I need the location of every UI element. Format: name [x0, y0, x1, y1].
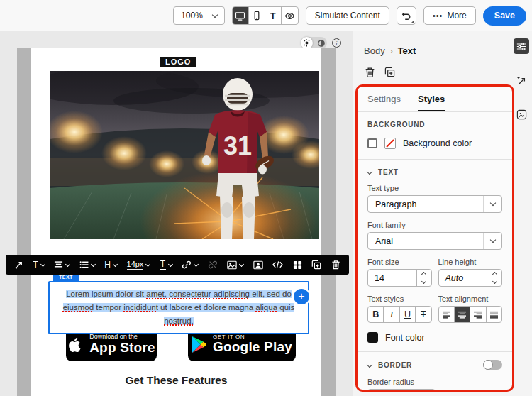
undo-dropdown-corner [411, 20, 414, 23]
border-section-header[interactable]: BORDER [367, 361, 412, 369]
chevron-down-icon [239, 261, 244, 266]
add-component-button[interactable]: + [294, 289, 309, 304]
chevron-down-icon [421, 279, 426, 284]
zoom-level-value: 100% [181, 11, 203, 21]
toggle-knob [483, 360, 493, 370]
font-color-swatch[interactable] [367, 332, 378, 343]
duplicate-element-button[interactable] [384, 67, 395, 78]
style-settings-button[interactable] [514, 38, 529, 54]
chevron-down-icon [367, 169, 372, 175]
text-editor-toolbar: T H 14px T [6, 255, 349, 275]
preview-button[interactable] [282, 7, 298, 24]
text-color-button[interactable]: T [160, 260, 172, 270]
border-radius-stepper[interactable]: 0 [367, 389, 436, 392]
strikethrough-button[interactable]: T [416, 307, 431, 322]
font-style-button[interactable]: T [33, 260, 45, 270]
fragments-button[interactable] [293, 260, 302, 270]
pin-toolbar-button[interactable] [14, 260, 23, 270]
chevron-down-icon [212, 11, 218, 17]
background-color-checkbox[interactable] [367, 138, 377, 148]
text-view-button[interactable]: T [265, 7, 282, 24]
image-icon [227, 260, 237, 270]
breadcrumb-body[interactable]: Body [364, 45, 385, 56]
duplicate-icon [384, 67, 395, 77]
simulate-content-button[interactable]: Simulate Content [306, 6, 389, 25]
asset-image-icon [253, 260, 263, 270]
step-up-button[interactable] [487, 270, 501, 278]
font-family-select[interactable]: Arial [367, 232, 502, 250]
align-center-icon [54, 260, 63, 269]
text-view-icon: T [270, 11, 276, 21]
info-icon[interactable]: i [332, 38, 341, 48]
panel-icon-strip [512, 31, 531, 122]
top-toolbar: 100% T Simulate Content [0, 0, 532, 31]
tab-settings[interactable]: Settings [367, 94, 401, 111]
background-color-row: Background color [367, 138, 502, 149]
line-height-stepper[interactable]: Auto [438, 269, 503, 287]
chevron-up-icon [421, 272, 426, 277]
assets-button[interactable] [514, 106, 529, 122]
underline-button[interactable]: U [400, 307, 416, 322]
asset-picker-button[interactable] [253, 260, 263, 270]
bullet-list-icon [79, 260, 89, 269]
trash-icon [365, 67, 375, 78]
code-button[interactable] [272, 260, 283, 269]
selected-text-block[interactable]: Lorem ipsum dolor sit amet, consectetur … [48, 281, 309, 334]
chevron-down-icon [367, 361, 372, 367]
chevron-down-icon [492, 279, 497, 284]
font-size-button[interactable]: 14px [127, 260, 150, 270]
stepper-arrows [420, 390, 435, 392]
plus-icon: + [298, 290, 304, 303]
duplicate-button[interactable] [311, 260, 321, 270]
text-type-value: Paragraph [368, 199, 483, 209]
undo-button[interactable] [397, 6, 416, 25]
font-size-stepper[interactable]: 14 [367, 269, 432, 287]
alignment-button[interactable] [54, 260, 70, 269]
desktop-preview-button[interactable] [233, 7, 249, 24]
align-left-icon [442, 311, 451, 319]
tab-styles[interactable]: Styles [418, 94, 445, 111]
align-right-button[interactable] [470, 307, 486, 322]
no-color-swatch[interactable] [384, 138, 396, 149]
chevron-down-icon [145, 261, 150, 266]
trash-icon [331, 260, 340, 270]
link-button[interactable] [182, 260, 198, 270]
list-button[interactable] [79, 260, 95, 269]
step-up-button[interactable] [417, 270, 431, 278]
delete-element-button[interactable] [365, 67, 375, 78]
border-radius-value: 0 [368, 390, 420, 392]
align-left-button[interactable] [439, 307, 455, 322]
border-toggle[interactable] [483, 360, 502, 370]
zoom-level-select[interactable]: 100% [173, 6, 225, 25]
border-section-label: BORDER [378, 361, 412, 369]
bold-button[interactable]: B [368, 307, 384, 322]
align-center-button[interactable] [455, 307, 470, 322]
light-dark-toggle[interactable] [301, 37, 327, 49]
mobile-preview-button[interactable] [249, 7, 265, 24]
step-down-button[interactable] [417, 278, 431, 287]
insert-image-button[interactable] [227, 260, 243, 270]
more-button[interactable]: ••• More [423, 6, 476, 25]
align-justify-button[interactable] [487, 307, 501, 322]
duplicate-icon [311, 260, 321, 270]
delete-button[interactable] [331, 260, 340, 270]
features-heading[interactable]: Get These Features [31, 374, 321, 387]
email-designer-app: 100% T Simulate Content [0, 0, 532, 396]
expand-sparkle-icon [516, 75, 526, 85]
step-down-button[interactable] [487, 278, 501, 287]
divider [358, 159, 512, 160]
text-section-header[interactable]: TEXT [367, 168, 502, 176]
chevron-down-icon [483, 233, 501, 249]
assets-icon [516, 109, 527, 120]
logo-block[interactable]: LOGO [160, 57, 196, 67]
element-actions [365, 67, 395, 78]
italic-button[interactable]: I [384, 307, 399, 322]
text-alignment-label: Text alignment [438, 295, 503, 303]
save-button[interactable]: Save [483, 6, 526, 26]
heading-button[interactable]: H [104, 260, 117, 270]
unlink-button[interactable] [208, 260, 218, 270]
hero-image[interactable]: 31 [50, 71, 319, 239]
text-type-select[interactable]: Paragraph [367, 195, 502, 213]
step-up-button[interactable] [421, 390, 435, 392]
ai-assistant-button[interactable] [514, 72, 529, 88]
